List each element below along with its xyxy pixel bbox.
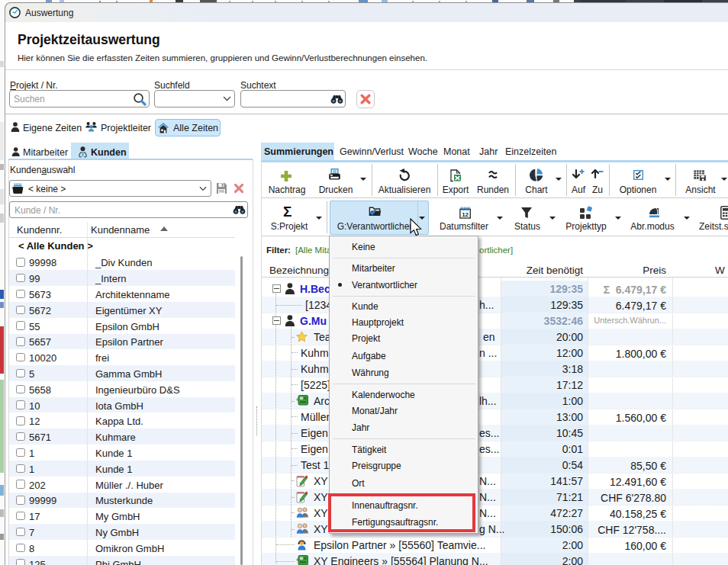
svg-text:12: 12 (462, 211, 469, 218)
